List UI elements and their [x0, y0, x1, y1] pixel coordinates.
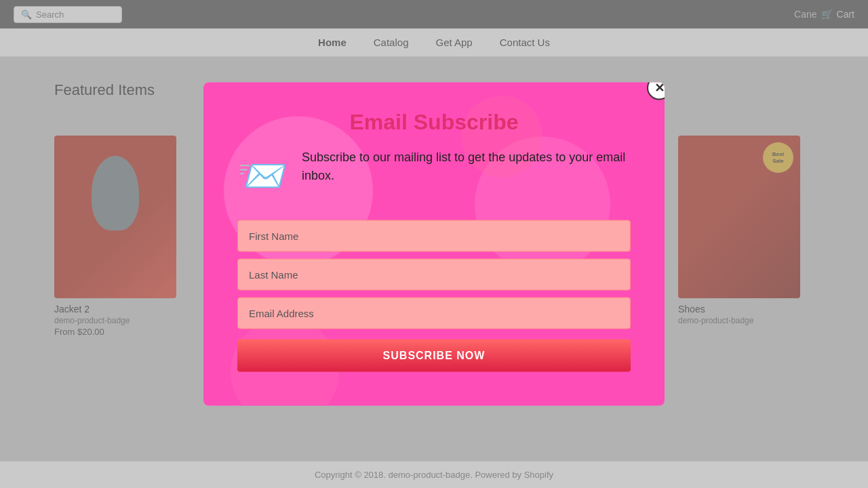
modal-subtitle: Subscribe to our mailing list to get the… [302, 148, 631, 185]
modal-close-button[interactable]: ✕ [647, 83, 665, 100]
envelope-icon: 📨 [237, 152, 288, 200]
close-icon: ✕ [654, 83, 665, 96]
last-name-input[interactable] [237, 259, 631, 291]
email-input[interactable] [237, 298, 631, 329]
subscribe-now-button[interactable]: SUBSCRIBE NOW [237, 340, 631, 372]
email-subscribe-modal: ✕ Email Subscribe 📨 Subscribe to our mai… [203, 83, 665, 406]
subscribe-form: SUBSCRIBE NOW [237, 220, 631, 372]
first-name-input[interactable] [237, 220, 631, 252]
modal-top-section: 📨 Subscribe to our mailing list to get t… [237, 148, 631, 200]
modal-title: Email Subscribe [237, 110, 631, 135]
